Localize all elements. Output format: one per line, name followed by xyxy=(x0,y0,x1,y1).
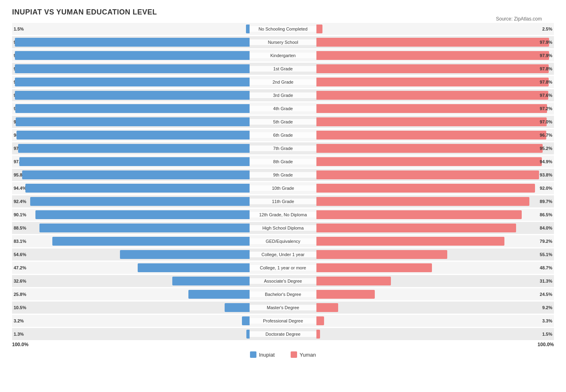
left-section: 98.8% xyxy=(12,89,250,101)
bar-row: 32.6% Associate's Degree 31.3% xyxy=(12,275,554,287)
right-value: 9.2% xyxy=(542,305,552,310)
right-bar xyxy=(316,104,547,113)
row-label: High School Diploma xyxy=(250,225,316,231)
right-bar xyxy=(316,64,549,73)
left-section: 54.6% xyxy=(12,248,250,261)
right-bar xyxy=(316,197,529,206)
right-value: 48.7% xyxy=(540,265,552,270)
right-section: 97.6% xyxy=(316,89,554,101)
left-section: 88.5% xyxy=(12,222,250,234)
left-value: 25.8% xyxy=(14,292,26,297)
left-section: 1.5% xyxy=(12,23,250,35)
legend-inupiat-box xyxy=(250,351,256,358)
right-bar xyxy=(316,290,375,299)
row-label: 6th Grade xyxy=(250,132,316,138)
left-bar xyxy=(15,104,250,113)
left-value: 32.6% xyxy=(14,279,26,283)
left-bar xyxy=(39,224,250,232)
right-section: 96.7% xyxy=(316,129,554,141)
right-section: 97.2% xyxy=(316,103,554,115)
left-bar xyxy=(17,131,250,140)
right-value: 96.7% xyxy=(540,133,552,138)
left-bar xyxy=(18,144,250,153)
left-bar xyxy=(225,303,250,312)
left-bar xyxy=(138,263,250,272)
right-bar xyxy=(316,144,543,153)
bar-row: 98.4% 5th Grade 97.0% xyxy=(12,116,554,128)
left-section: 47.2% xyxy=(12,262,250,274)
row-label: No Schooling Completed xyxy=(250,26,316,32)
right-value: 93.8% xyxy=(540,172,552,177)
bar-row: 54.6% College, Under 1 year 55.1% xyxy=(12,248,554,261)
row-label: Nursery School xyxy=(250,39,316,45)
left-bar xyxy=(120,250,250,259)
row-label: 7th Grade xyxy=(250,146,316,151)
right-bar xyxy=(316,303,338,312)
right-section: 97.0% xyxy=(316,116,554,128)
left-value: 10.5% xyxy=(14,305,26,310)
right-section: 55.1% xyxy=(316,248,554,261)
bar-row: 97.0% 8th Grade 94.9% xyxy=(12,156,554,168)
left-bar xyxy=(172,277,250,285)
legend: Inupiat Yuman xyxy=(12,351,554,358)
right-value: 97.9% xyxy=(540,40,552,45)
left-section: 98.4% xyxy=(12,116,250,128)
left-section: 32.6% xyxy=(12,275,250,287)
row-label: Bachelor's Degree xyxy=(250,291,316,297)
left-section: 98.9% xyxy=(12,36,250,48)
row-label: 1st Grade xyxy=(250,66,316,72)
right-bar xyxy=(316,330,320,339)
bar-row: 98.9% Kindergarten 97.9% xyxy=(12,49,554,62)
right-value: 97.6% xyxy=(540,93,552,98)
right-section: 2.5% xyxy=(316,23,554,35)
right-section: 97.9% xyxy=(316,36,554,48)
right-value: 79.2% xyxy=(540,239,552,244)
right-value: 24.5% xyxy=(540,292,552,297)
right-value: 97.8% xyxy=(540,66,552,71)
right-section: 92.0% xyxy=(316,182,554,194)
right-value: 31.3% xyxy=(540,279,552,283)
bar-row: 98.9% 1st Grade 97.8% xyxy=(12,63,554,75)
left-section: 90.1% xyxy=(12,209,250,221)
right-section: 9.2% xyxy=(316,302,554,314)
left-bar xyxy=(246,330,250,339)
row-label: 9th Grade xyxy=(250,172,316,178)
left-section: 98.1% xyxy=(12,129,250,141)
legend-yuman: Yuman xyxy=(291,351,316,358)
source-label: Source: ZipAtlas.com xyxy=(496,16,542,22)
right-value: 97.8% xyxy=(540,80,552,84)
left-value: 3.2% xyxy=(14,318,24,323)
left-section: 92.4% xyxy=(12,195,250,207)
left-section: 25.8% xyxy=(12,288,250,300)
left-section: 94.4% xyxy=(12,182,250,194)
right-value: 1.5% xyxy=(542,332,552,337)
left-section: 95.8% xyxy=(12,169,250,181)
right-bar xyxy=(316,91,548,100)
axis-left-label: 100.0% xyxy=(12,342,29,347)
axis-right-label: 100.0% xyxy=(537,342,554,347)
right-bar xyxy=(316,25,322,33)
row-label: Master's Degree xyxy=(250,305,316,310)
right-value: 92.0% xyxy=(540,186,552,191)
left-bar xyxy=(246,25,250,33)
right-section: 1.5% xyxy=(316,328,554,340)
row-label: 5th Grade xyxy=(250,119,316,125)
bar-row: 1.5% No Schooling Completed 2.5% xyxy=(12,23,554,35)
left-section: 98.8% xyxy=(12,76,250,88)
left-bar xyxy=(22,170,250,179)
right-value: 86.5% xyxy=(540,212,552,217)
left-bar xyxy=(242,316,250,325)
bar-row: 98.8% 2nd Grade 97.8% xyxy=(12,76,554,88)
bar-row: 88.5% High School Diploma 84.0% xyxy=(12,222,554,234)
right-value: 97.2% xyxy=(540,106,552,111)
left-bar xyxy=(52,237,250,246)
left-bar xyxy=(15,78,250,86)
left-value: 1.5% xyxy=(14,27,24,31)
row-label: 8th Grade xyxy=(250,159,316,164)
left-bar xyxy=(25,184,250,193)
row-label: GED/Equivalency xyxy=(250,238,316,244)
right-bar xyxy=(316,250,447,259)
left-bar xyxy=(16,117,250,126)
left-value: 47.2% xyxy=(14,265,26,270)
row-label: Doctorate Degree xyxy=(250,331,316,337)
